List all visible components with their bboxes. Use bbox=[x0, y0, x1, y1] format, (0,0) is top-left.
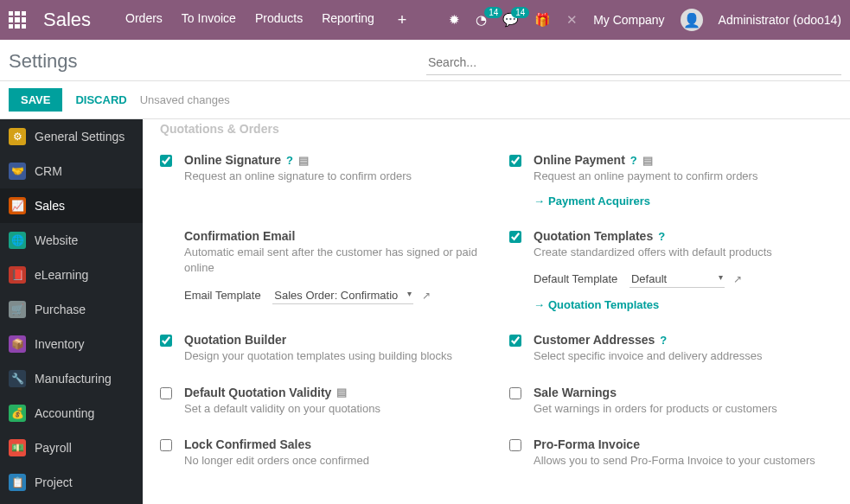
online-payment-checkbox[interactable] bbox=[509, 155, 521, 167]
default-template-select[interactable]: Default bbox=[630, 271, 725, 288]
external-link-icon[interactable]: ↗ bbox=[422, 290, 431, 302]
sidebar: ⚙General Settings 🤝CRM 📈Sales 🌐Website 📕… bbox=[0, 119, 143, 504]
nav-orders[interactable]: Orders bbox=[125, 11, 163, 29]
sidebar-item-label: Inventory bbox=[35, 337, 85, 351]
setting-desc: Get warnings in orders for products or c… bbox=[534, 401, 833, 417]
setting-label: Sale Warnings bbox=[534, 386, 617, 399]
setting-sale-warnings: Sale Warnings Get warnings in orders for… bbox=[509, 377, 833, 429]
arrow-right-icon: → bbox=[534, 195, 545, 207]
setting-lock-confirmed: Lock Confirmed Sales No longer edit orde… bbox=[160, 429, 483, 481]
sidebar-item-website[interactable]: 🌐Website bbox=[0, 223, 143, 258]
setting-label: Quotation Templates bbox=[534, 229, 653, 243]
proforma-checkbox[interactable] bbox=[509, 439, 521, 451]
payment-acquirers-link[interactable]: →Payment Acquirers bbox=[534, 195, 650, 207]
quotation-templates-checkbox[interactable] bbox=[509, 231, 521, 243]
external-link-icon[interactable]: ↗ bbox=[733, 273, 742, 285]
sidebar-item-crm[interactable]: 🤝CRM bbox=[0, 154, 143, 188]
online-signature-checkbox[interactable] bbox=[160, 155, 172, 167]
discard-button[interactable]: DISCARD bbox=[75, 93, 126, 106]
activities-icon[interactable]: ◔14 bbox=[476, 12, 487, 28]
sidebar-item-inventory[interactable]: 📦Inventory bbox=[0, 327, 143, 361]
unsaved-status: Unsaved changes bbox=[140, 93, 230, 106]
sidebar-item-label: Website bbox=[35, 233, 78, 247]
box-icon: 📦 bbox=[9, 335, 26, 353]
nav-products[interactable]: Products bbox=[255, 11, 303, 29]
gear-icon: ⚙ bbox=[9, 128, 26, 145]
sidebar-item-label: Payroll bbox=[35, 441, 72, 455]
nav-reporting[interactable]: Reporting bbox=[322, 11, 374, 29]
setting-label: Pro-Forma Invoice bbox=[534, 437, 640, 451]
nav-to-invoice[interactable]: To Invoice bbox=[182, 11, 236, 29]
book-icon: 📕 bbox=[9, 266, 26, 284]
sidebar-item-project[interactable]: 📋Project bbox=[0, 465, 143, 500]
user-name[interactable]: Administrator (odoo14) bbox=[719, 13, 841, 27]
debug-icon[interactable]: ✹ bbox=[449, 12, 460, 28]
sidebar-item-general[interactable]: ⚙General Settings bbox=[0, 119, 143, 154]
messages-badge: 14 bbox=[511, 7, 529, 18]
sidebar-item-label: Sales bbox=[35, 199, 65, 213]
sidebar-item-manufacturing[interactable]: 🔧Manufacturing bbox=[0, 361, 143, 396]
email-template-select[interactable]: Sales Order: Confirmatio bbox=[272, 287, 413, 304]
sidebar-item-elearning[interactable]: 📕eLearning bbox=[0, 258, 143, 292]
sidebar-item-sales[interactable]: 📈Sales bbox=[0, 188, 143, 223]
nav-plus-icon[interactable]: + bbox=[398, 11, 407, 29]
sidebar-item-label: CRM bbox=[35, 164, 62, 178]
quotation-templates-link[interactable]: →Quotation Templates bbox=[534, 298, 659, 311]
customer-addresses-checkbox[interactable] bbox=[509, 335, 521, 347]
help-icon[interactable]: ? bbox=[630, 154, 637, 167]
gift-icon[interactable]: 🎁 bbox=[534, 12, 551, 28]
default-validity-checkbox[interactable] bbox=[160, 387, 172, 399]
sale-warnings-checkbox[interactable] bbox=[509, 387, 521, 399]
company-name[interactable]: My Company bbox=[593, 13, 664, 27]
setting-label: Confirmation Email bbox=[184, 229, 295, 243]
email-template-label: Email Template bbox=[184, 289, 261, 302]
quotation-builder-checkbox[interactable] bbox=[160, 335, 172, 347]
setting-quotation-builder: Quotation Builder Design your quotation … bbox=[160, 324, 483, 376]
setting-label: Online Payment bbox=[534, 153, 625, 167]
apps-icon[interactable] bbox=[9, 11, 26, 29]
setting-default-validity: Default Quotation Validity▤ Set a defaul… bbox=[160, 377, 483, 429]
sidebar-item-label: eLearning bbox=[35, 268, 88, 282]
setting-desc: Allows you to send Pro-Forma Invoice to … bbox=[534, 453, 833, 469]
setting-desc: Request an online signature to confirm o… bbox=[184, 169, 483, 184]
setting-desc: Automatic email sent after the customer … bbox=[184, 245, 483, 276]
avatar[interactable]: 👤 bbox=[681, 9, 703, 31]
chart-icon: 📈 bbox=[9, 197, 26, 214]
save-button[interactable]: SAVE bbox=[9, 88, 62, 112]
default-template-label: Default Template bbox=[534, 272, 617, 285]
tools-icon[interactable]: ✕ bbox=[566, 12, 578, 28]
help-icon[interactable]: ? bbox=[658, 230, 665, 243]
search-container bbox=[426, 50, 841, 75]
payroll-icon: 💵 bbox=[9, 439, 26, 456]
setting-proforma: Pro-Forma Invoice Allows you to send Pro… bbox=[509, 429, 833, 481]
dev-icon[interactable]: ▤ bbox=[298, 154, 309, 167]
help-icon[interactable]: ? bbox=[286, 154, 293, 167]
dev-icon[interactable]: ▤ bbox=[336, 386, 347, 399]
messages-icon[interactable]: 💬14 bbox=[502, 12, 519, 28]
setting-desc: No longer edit orders once confirmed bbox=[184, 453, 483, 469]
setting-label: Customer Addresses bbox=[534, 333, 655, 347]
project-icon: 📋 bbox=[9, 474, 26, 491]
setting-label: Online Signature bbox=[184, 153, 281, 167]
sidebar-item-purchase[interactable]: 🛒Purchase bbox=[0, 292, 143, 327]
sidebar-item-label: General Settings bbox=[35, 130, 125, 144]
lock-confirmed-checkbox[interactable] bbox=[160, 439, 172, 451]
sidebar-item-label: Accounting bbox=[35, 406, 94, 420]
search-input[interactable] bbox=[426, 50, 841, 75]
setting-desc: Create standardized offers with default … bbox=[534, 245, 833, 260]
setting-desc: Set a default validity on your quotation… bbox=[184, 401, 483, 417]
help-icon[interactable]: ? bbox=[660, 334, 667, 347]
settings-grid: Online Signature?▤ Request an online sig… bbox=[160, 144, 833, 481]
page-title: Settings bbox=[9, 50, 78, 75]
setting-label: Quotation Builder bbox=[184, 333, 286, 347]
handshake-icon: 🤝 bbox=[9, 163, 26, 180]
sidebar-item-accounting[interactable]: 💰Accounting bbox=[0, 396, 143, 431]
navbar-right: ✹ ◔14 💬14 🎁 ✕ My Company 👤 Administrator… bbox=[449, 9, 841, 31]
content: Quotations & Orders Online Signature?▤ R… bbox=[143, 119, 850, 504]
activities-badge: 14 bbox=[484, 7, 502, 18]
setting-label: Lock Confirmed Sales bbox=[184, 437, 311, 451]
cart-icon: 🛒 bbox=[9, 301, 26, 318]
brand: Sales bbox=[43, 9, 91, 31]
sidebar-item-payroll[interactable]: 💵Payroll bbox=[0, 431, 143, 465]
dev-icon[interactable]: ▤ bbox=[642, 154, 653, 167]
